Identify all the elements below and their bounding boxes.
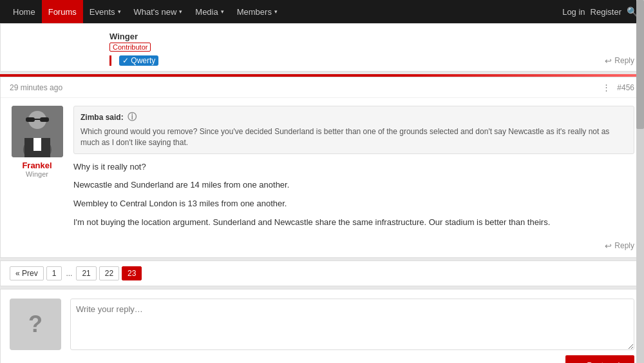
nav-forums[interactable]: Forums [42,0,83,23]
contributor-role: Contributor [109,43,151,52]
nav-right: Log in Register 🔍 [562,6,638,17]
avatar-svg [12,106,63,157]
scrollbar-thumb[interactable] [636,0,644,129]
post-avatar-section: Frankel Winger [10,106,64,230]
nav-members[interactable]: Members ▾ [231,0,284,23]
post-main-card: 29 minutes ago ⋮ #456 [0,77,644,258]
post-header-right: ⋮ #456 [602,83,634,92]
svg-rect-7 [33,138,41,151]
post-timestamp: 29 minutes ago [10,83,62,92]
reply-input-area: ↩ Post reply [70,299,634,363]
main-container: Winger Contributor ✓ Qwerty ↩ Reply 29 m… [0,23,644,363]
nav-media[interactable]: Media ▾ [189,0,230,23]
post-content: Zimba said: ⓘ Which ground would you rem… [73,106,634,230]
share-icon[interactable]: ⋮ [602,83,611,92]
post-reply-button[interactable]: ↩ Post reply [565,355,634,363]
post-body: Frankel Winger Zimba said: ⓘ Which groun… [1,98,643,237]
members-arrow-icon: ▾ [274,8,278,15]
guest-avatar-icon: ? [28,311,43,338]
reply-btn-icon: ↩ [576,360,583,363]
page-btn-22[interactable]: 22 [99,266,119,280]
post-line-2: Newcastle and Sunderland are 14 miles fr… [73,179,634,192]
nav-bar: Home Forums Events ▾ What's new ▾ Media … [0,0,644,23]
avatar-image [12,106,63,157]
avatar-username: Frankel [22,161,52,170]
quote-header: Zimba said: ⓘ [80,112,627,123]
nav-events[interactable]: Events ▾ [83,0,128,23]
post-footer: ↩ Reply [1,237,643,257]
winger-username: Winger [109,32,138,41]
post-header: 29 minutes ago ⋮ #456 [1,77,643,98]
post-line-3: Wembley to Central London is 13 miles fr… [73,197,634,211]
post-text: Why is it really not? Newcastle and Sund… [73,161,634,230]
quote-text: Which ground would you remove? Since you… [80,126,627,148]
page-prev-button[interactable]: « Prev [10,266,44,280]
post-partial-card: Winger Contributor ✓ Qwerty ↩ Reply [0,23,644,72]
page-btn-1[interactable]: 1 [46,266,62,280]
quote-info-icon[interactable]: ⓘ [128,112,137,123]
reply-link-top[interactable]: Reply [614,56,634,65]
mention-qwerty[interactable]: ✓ Qwerty [119,55,158,66]
post-line-4: I'm not buying the location argument. Su… [73,216,634,230]
nav-home[interactable]: Home [6,0,42,23]
reply-textarea[interactable] [70,299,634,350]
page-dots: ... [64,269,73,278]
svg-rect-4 [40,117,49,122]
reply-avatar: ? [10,299,61,350]
post-id: #456 [617,83,634,92]
scrollbar[interactable] [636,0,644,363]
nav-whatsnew[interactable]: What's new ▾ [128,0,189,23]
whatsnew-arrow-icon: ▾ [179,8,182,15]
quote-author: Zimba said: [80,113,124,122]
svg-rect-3 [26,117,35,122]
register-link[interactable]: Register [591,7,621,17]
events-arrow-icon: ▾ [118,8,121,15]
login-link[interactable]: Log in [562,7,585,17]
quote-box: Zimba said: ⓘ Which ground would you rem… [73,106,634,154]
reply-link-main[interactable]: ↩ Reply [605,241,634,251]
pagination-bar: « Prev 1 ... 21 22 23 [0,260,644,286]
post-line-1: Why is it really not? [73,161,634,174]
page-btn-23[interactable]: 23 [122,266,142,280]
reply-section: ? ↩ Post reply [0,289,644,363]
media-arrow-icon: ▾ [221,8,224,15]
page-btn-21[interactable]: 21 [76,266,96,280]
reply-arrow-icon-main: ↩ [605,241,612,251]
reply-arrow-icon-top: ↩ [605,56,612,66]
avatar-role: Winger [26,170,48,178]
